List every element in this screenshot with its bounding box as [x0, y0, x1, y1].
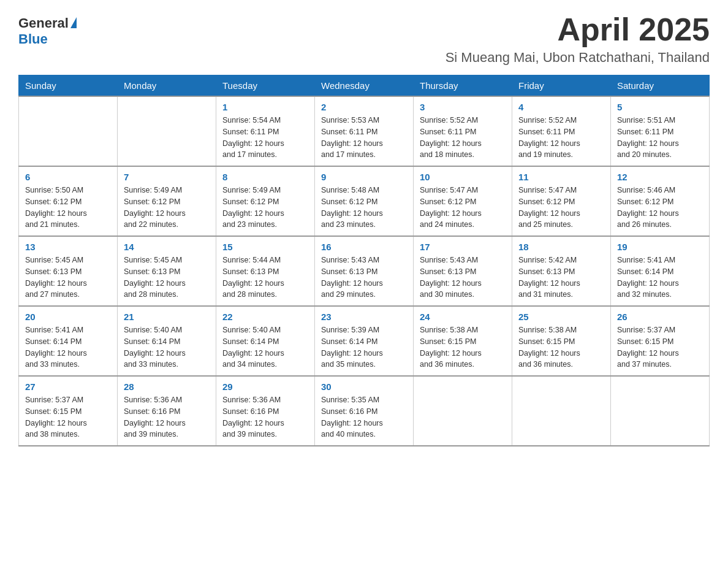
sun-info: Sunrise: 5:52 AMSunset: 6:11 PMDaylight:… — [518, 115, 604, 161]
calendar-cell: 24Sunrise: 5:38 AMSunset: 6:15 PMDayligh… — [414, 306, 512, 376]
day-number: 3 — [420, 102, 506, 112]
calendar-cell: 27Sunrise: 5:37 AMSunset: 6:15 PMDayligh… — [19, 376, 118, 446]
calendar-cell: 26Sunrise: 5:37 AMSunset: 6:15 PMDayligh… — [611, 306, 710, 376]
day-number: 1 — [222, 102, 308, 112]
calendar-cell — [512, 376, 611, 446]
day-number: 15 — [222, 242, 308, 252]
day-number: 9 — [321, 172, 407, 182]
day-number: 28 — [124, 381, 210, 392]
col-tuesday: Tuesday — [216, 75, 315, 97]
day-number: 6 — [25, 172, 111, 182]
sun-info: Sunrise: 5:45 AMSunset: 6:13 PMDaylight:… — [124, 255, 210, 301]
col-friday: Friday — [512, 75, 611, 97]
logo: General Blue — [18, 12, 77, 48]
calendar-cell — [611, 376, 710, 446]
day-number: 16 — [321, 242, 407, 252]
calendar-cell — [414, 376, 512, 446]
sun-info: Sunrise: 5:40 AMSunset: 6:14 PMDaylight:… — [124, 324, 210, 370]
day-number: 13 — [25, 242, 111, 252]
calendar-cell: 17Sunrise: 5:43 AMSunset: 6:13 PMDayligh… — [414, 236, 512, 306]
location-subtitle: Si Mueang Mai, Ubon Ratchathani, Thailan… — [446, 50, 710, 66]
calendar-cell: 7Sunrise: 5:49 AMSunset: 6:12 PMDaylight… — [118, 166, 216, 236]
logo-triangle-icon — [70, 17, 77, 28]
calendar-cell: 22Sunrise: 5:40 AMSunset: 6:14 PMDayligh… — [216, 306, 315, 376]
sun-info: Sunrise: 5:44 AMSunset: 6:13 PMDaylight:… — [222, 255, 308, 301]
calendar-cell: 16Sunrise: 5:43 AMSunset: 6:13 PMDayligh… — [315, 236, 414, 306]
sun-info: Sunrise: 5:49 AMSunset: 6:12 PMDaylight:… — [124, 185, 210, 231]
calendar-cell: 25Sunrise: 5:38 AMSunset: 6:15 PMDayligh… — [512, 306, 611, 376]
col-saturday: Saturday — [611, 75, 710, 97]
sun-info: Sunrise: 5:36 AMSunset: 6:16 PMDaylight:… — [222, 394, 308, 440]
month-year-title: April 2025 — [446, 12, 710, 47]
day-number: 30 — [321, 381, 407, 392]
day-number: 26 — [617, 312, 703, 322]
day-number: 7 — [124, 172, 210, 182]
calendar-week-row-2: 6Sunrise: 5:50 AMSunset: 6:12 PMDaylight… — [19, 166, 710, 236]
sun-info: Sunrise: 5:52 AMSunset: 6:11 PMDaylight:… — [420, 115, 506, 161]
sun-info: Sunrise: 5:47 AMSunset: 6:12 PMDaylight:… — [420, 185, 506, 231]
calendar-header-row: Sunday Monday Tuesday Wednesday Thursday… — [19, 75, 710, 97]
sun-info: Sunrise: 5:51 AMSunset: 6:11 PMDaylight:… — [617, 115, 703, 161]
calendar-cell: 15Sunrise: 5:44 AMSunset: 6:13 PMDayligh… — [216, 236, 315, 306]
calendar-cell: 30Sunrise: 5:35 AMSunset: 6:16 PMDayligh… — [315, 376, 414, 446]
day-number: 29 — [222, 381, 308, 392]
sun-info: Sunrise: 5:40 AMSunset: 6:14 PMDaylight:… — [222, 324, 308, 370]
day-number: 4 — [518, 102, 604, 112]
title-area: April 2025 Si Mueang Mai, Ubon Ratchatha… — [446, 12, 710, 66]
day-number: 5 — [617, 102, 703, 112]
calendar-table: Sunday Monday Tuesday Wednesday Thursday… — [18, 75, 710, 446]
calendar-cell — [19, 96, 118, 166]
calendar-cell: 28Sunrise: 5:36 AMSunset: 6:16 PMDayligh… — [118, 376, 216, 446]
day-number: 18 — [518, 242, 604, 252]
col-sunday: Sunday — [19, 75, 118, 97]
calendar-cell: 6Sunrise: 5:50 AMSunset: 6:12 PMDaylight… — [19, 166, 118, 236]
day-number: 24 — [420, 312, 506, 322]
sun-info: Sunrise: 5:43 AMSunset: 6:13 PMDaylight:… — [420, 255, 506, 301]
day-number: 23 — [321, 312, 407, 322]
calendar-cell: 11Sunrise: 5:47 AMSunset: 6:12 PMDayligh… — [512, 166, 611, 236]
sun-info: Sunrise: 5:41 AMSunset: 6:14 PMDaylight:… — [25, 324, 111, 370]
calendar-cell: 9Sunrise: 5:48 AMSunset: 6:12 PMDaylight… — [315, 166, 414, 236]
calendar-cell: 13Sunrise: 5:45 AMSunset: 6:13 PMDayligh… — [19, 236, 118, 306]
day-number: 25 — [518, 312, 604, 322]
calendar-week-row-5: 27Sunrise: 5:37 AMSunset: 6:15 PMDayligh… — [19, 376, 710, 446]
day-number: 8 — [222, 172, 308, 182]
sun-info: Sunrise: 5:42 AMSunset: 6:13 PMDaylight:… — [518, 255, 604, 301]
logo-general-text: General — [18, 15, 69, 31]
sun-info: Sunrise: 5:47 AMSunset: 6:12 PMDaylight:… — [518, 185, 604, 231]
day-number: 27 — [25, 381, 111, 392]
logo-blue-text: Blue — [18, 31, 48, 47]
calendar-cell: 29Sunrise: 5:36 AMSunset: 6:16 PMDayligh… — [216, 376, 315, 446]
day-number: 12 — [617, 172, 703, 182]
sun-info: Sunrise: 5:37 AMSunset: 6:15 PMDaylight:… — [617, 324, 703, 370]
day-number: 17 — [420, 242, 506, 252]
sun-info: Sunrise: 5:53 AMSunset: 6:11 PMDaylight:… — [321, 115, 407, 161]
calendar-cell: 14Sunrise: 5:45 AMSunset: 6:13 PMDayligh… — [118, 236, 216, 306]
sun-info: Sunrise: 5:38 AMSunset: 6:15 PMDaylight:… — [420, 324, 506, 370]
calendar-cell — [118, 96, 216, 166]
day-number: 10 — [420, 172, 506, 182]
day-number: 11 — [518, 172, 604, 182]
calendar-cell: 19Sunrise: 5:41 AMSunset: 6:14 PMDayligh… — [611, 236, 710, 306]
day-number: 21 — [124, 312, 210, 322]
calendar-cell: 23Sunrise: 5:39 AMSunset: 6:14 PMDayligh… — [315, 306, 414, 376]
sun-info: Sunrise: 5:36 AMSunset: 6:16 PMDaylight:… — [124, 394, 210, 440]
calendar-cell: 12Sunrise: 5:46 AMSunset: 6:12 PMDayligh… — [611, 166, 710, 236]
day-number: 19 — [617, 242, 703, 252]
day-number: 20 — [25, 312, 111, 322]
calendar-week-row-3: 13Sunrise: 5:45 AMSunset: 6:13 PMDayligh… — [19, 236, 710, 306]
day-number: 22 — [222, 312, 308, 322]
col-monday: Monday — [118, 75, 216, 97]
sun-info: Sunrise: 5:45 AMSunset: 6:13 PMDaylight:… — [25, 255, 111, 301]
col-wednesday: Wednesday — [315, 75, 414, 97]
col-thursday: Thursday — [414, 75, 512, 97]
sun-info: Sunrise: 5:39 AMSunset: 6:14 PMDaylight:… — [321, 324, 407, 370]
calendar-cell: 5Sunrise: 5:51 AMSunset: 6:11 PMDaylight… — [611, 96, 710, 166]
calendar-cell: 21Sunrise: 5:40 AMSunset: 6:14 PMDayligh… — [118, 306, 216, 376]
sun-info: Sunrise: 5:35 AMSunset: 6:16 PMDaylight:… — [321, 394, 407, 440]
sun-info: Sunrise: 5:48 AMSunset: 6:12 PMDaylight:… — [321, 185, 407, 231]
sun-info: Sunrise: 5:54 AMSunset: 6:11 PMDaylight:… — [222, 115, 308, 161]
calendar-cell: 2Sunrise: 5:53 AMSunset: 6:11 PMDaylight… — [315, 96, 414, 166]
sun-info: Sunrise: 5:49 AMSunset: 6:12 PMDaylight:… — [222, 185, 308, 231]
calendar-week-row-1: 1Sunrise: 5:54 AMSunset: 6:11 PMDaylight… — [19, 96, 710, 166]
